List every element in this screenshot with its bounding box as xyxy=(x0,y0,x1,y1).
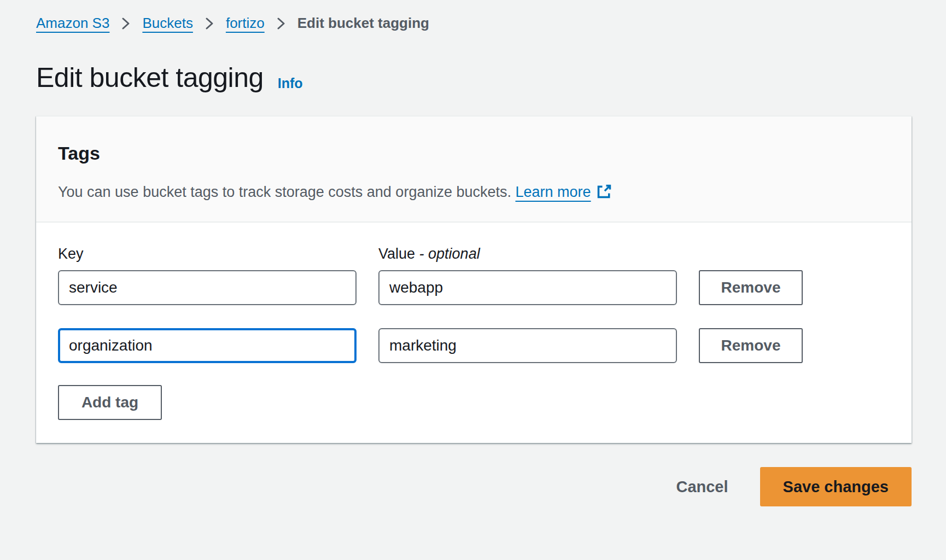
save-changes-button[interactable]: Save changes xyxy=(760,467,912,506)
breadcrumb: Amazon S3 Buckets fortizo Edit bucket ta… xyxy=(36,15,912,32)
chevron-right-icon xyxy=(277,16,285,31)
panel-heading: Tags xyxy=(58,142,890,165)
breadcrumb-link-fortizo[interactable]: fortizo xyxy=(226,15,265,32)
chevron-right-icon xyxy=(205,16,214,31)
remove-tag-button-1[interactable]: Remove xyxy=(699,270,803,305)
tag-value-input-2[interactable] xyxy=(378,328,677,363)
add-tag-button[interactable]: Add tag xyxy=(58,385,162,420)
info-link[interactable]: Info xyxy=(278,75,303,91)
tags-panel-header: Tags You can use bucket tags to track st… xyxy=(36,116,912,223)
page-title: Edit bucket tagging xyxy=(36,61,264,94)
tags-panel: Tags You can use bucket tags to track st… xyxy=(36,116,912,443)
learn-more-label: Learn more xyxy=(516,184,591,200)
breadcrumb-current-page: Edit bucket tagging xyxy=(297,15,429,32)
tag-key-input-2[interactable] xyxy=(58,328,357,363)
value-label-text: Value xyxy=(378,246,415,262)
column-labels: Key Value - optional xyxy=(58,246,890,262)
panel-description: You can use bucket tags to track storage… xyxy=(58,183,890,201)
tag-value-input-1[interactable] xyxy=(378,270,677,305)
form-actions: Cancel Save changes xyxy=(36,467,912,506)
page: Amazon S3 Buckets fortizo Edit bucket ta… xyxy=(0,0,946,506)
breadcrumb-link-amazon-s3[interactable]: Amazon S3 xyxy=(36,15,109,32)
learn-more-link[interactable]: Learn more xyxy=(516,184,612,200)
key-column-label: Key xyxy=(58,246,357,262)
tags-editor: Key Value - optional Remove Remove Add t… xyxy=(36,223,912,443)
page-header: Edit bucket tagging Info xyxy=(36,61,912,94)
value-column-label: Value - optional xyxy=(378,246,677,262)
breadcrumb-link-buckets[interactable]: Buckets xyxy=(142,15,193,32)
cancel-button[interactable]: Cancel xyxy=(676,478,728,496)
external-link-icon xyxy=(597,184,612,199)
tag-rows: Remove Remove xyxy=(58,270,890,363)
chevron-right-icon xyxy=(121,16,130,31)
panel-description-text: You can use bucket tags to track storage… xyxy=(58,184,511,200)
remove-tag-button-2[interactable]: Remove xyxy=(699,328,803,363)
tag-key-input-1[interactable] xyxy=(58,270,357,305)
value-optional-label: - optional xyxy=(419,246,480,262)
